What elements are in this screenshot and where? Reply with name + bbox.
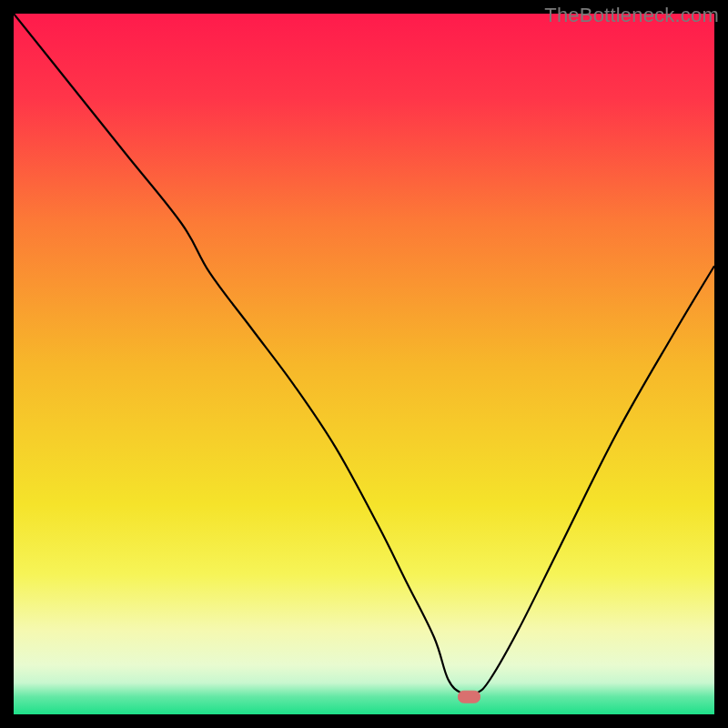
watermark-text: TheBottleneck.com: [544, 4, 719, 27]
plot-area: [14, 14, 714, 714]
minimum-marker: [459, 691, 480, 703]
chart-frame: TheBottleneck.com: [0, 0, 728, 728]
bottleneck-chart-svg: [14, 14, 714, 714]
gradient-background: [14, 14, 714, 714]
